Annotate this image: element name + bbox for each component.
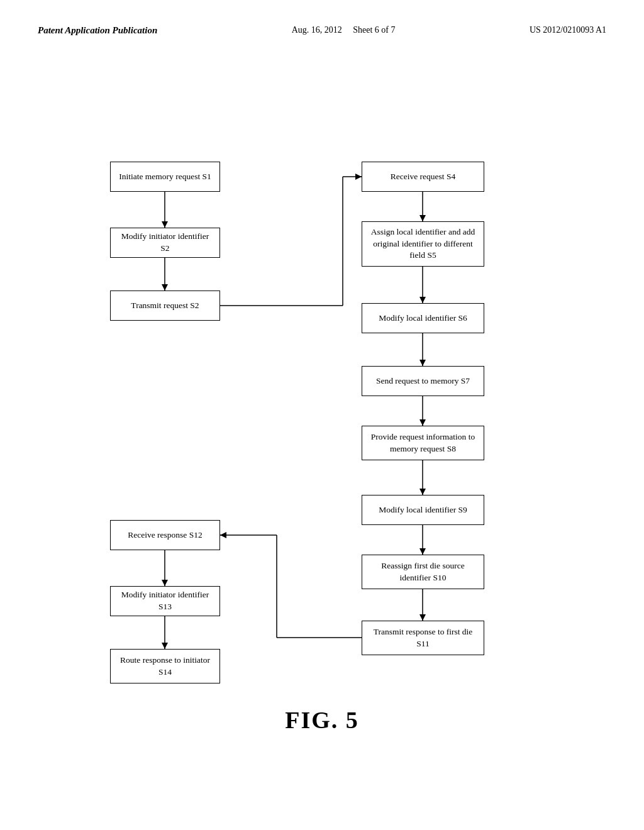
svg-marker-27 [162, 580, 168, 586]
svg-marker-29 [162, 643, 168, 649]
label-s6: Modify local identifier S6 [379, 313, 467, 324]
sheet-info: Sheet 6 of 7 [353, 25, 395, 35]
publication-title: Patent Application Publication [38, 25, 157, 36]
svg-marker-9 [419, 215, 426, 221]
box-s4: Receive request S4 [362, 162, 484, 192]
flowchart-diagram: Initiate memory request S1 Modify initia… [0, 61, 644, 784]
pub-date: Aug. 16, 2012 [292, 25, 342, 35]
box-s12: Receive response S12 [110, 520, 220, 550]
svg-marker-11 [419, 297, 426, 303]
svg-marker-19 [419, 548, 426, 555]
box-s5: Assign local identifier and add original… [362, 221, 484, 267]
svg-marker-7 [355, 174, 362, 180]
box-s13: Modify initiator identifier S13 [110, 586, 220, 616]
svg-marker-15 [419, 419, 426, 426]
svg-marker-25 [220, 532, 226, 538]
svg-marker-13 [419, 360, 426, 366]
header-date-sheet: Aug. 16, 2012 Sheet 6 of 7 [292, 25, 396, 35]
box-s14: Route response to initiator S14 [110, 649, 220, 683]
patent-number: US 2012/0210093 A1 [530, 25, 606, 35]
svg-marker-3 [162, 284, 168, 290]
box-s2a: Modify initiator identifier S2 [110, 228, 220, 258]
box-s7: Send request to memory S7 [362, 366, 484, 396]
label-s8: Provide request information to memory re… [369, 431, 477, 455]
svg-marker-17 [419, 489, 426, 495]
box-s9: Modify local identifier S9 [362, 495, 484, 525]
box-s10: Reassign first die source identifier S10 [362, 555, 484, 589]
box-s8: Provide request information to memory re… [362, 426, 484, 460]
label-s4: Receive request S4 [391, 171, 455, 183]
box-s1: Initiate memory request S1 [110, 162, 220, 192]
svg-marker-21 [419, 614, 426, 621]
page-header: Patent Application Publication Aug. 16, … [0, 0, 644, 48]
label-s2a: Modify initiator identifier S2 [117, 231, 213, 255]
label-s7: Send request to memory S7 [376, 375, 470, 387]
svg-marker-1 [162, 221, 168, 228]
label-s2b: Transmit request S2 [131, 300, 199, 312]
label-s9: Modify local identifier S9 [379, 504, 467, 516]
box-s6: Modify local identifier S6 [362, 303, 484, 333]
label-s14: Route response to initiator S14 [117, 655, 213, 678]
label-s10: Reassign first die source identifier S10 [369, 560, 477, 584]
label-s13: Modify initiator identifier S13 [117, 589, 213, 613]
box-s11: Transmit response to first die S11 [362, 621, 484, 655]
box-s2b: Transmit request S2 [110, 290, 220, 321]
figure-label: FIG. 5 [285, 706, 359, 734]
arrows-svg [0, 61, 644, 784]
label-s5: Assign local identifier and add original… [369, 226, 477, 262]
label-s1: Initiate memory request S1 [119, 171, 211, 183]
label-s11: Transmit response to first die S11 [369, 626, 477, 650]
label-s12: Receive response S12 [128, 529, 202, 541]
